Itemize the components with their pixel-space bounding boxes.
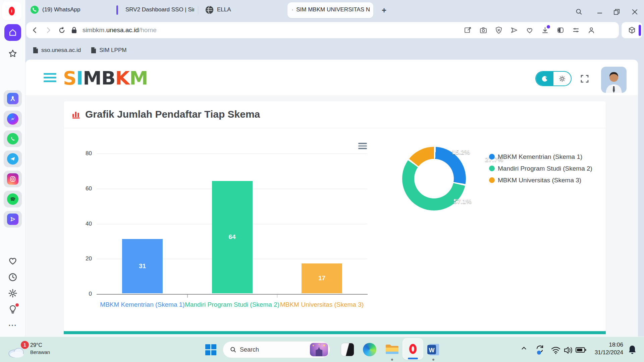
bar-2[interactable]: 64 bbox=[212, 181, 253, 293]
site-info-button[interactable] bbox=[68, 26, 80, 34]
bar-value-label: 31 bbox=[122, 262, 163, 270]
restore-icon bbox=[613, 9, 620, 15]
x-axis-line bbox=[97, 294, 368, 295]
dark-mode-button[interactable] bbox=[536, 72, 553, 85]
speaker-icon bbox=[564, 346, 574, 355]
sidebar-item-aria[interactable] bbox=[4, 90, 22, 107]
bar-1[interactable]: 31 bbox=[122, 239, 163, 293]
bookmark-sso-unesa[interactable]: sso.unesa.ac.id bbox=[33, 47, 81, 54]
tray-chevron-button[interactable] bbox=[521, 345, 527, 352]
moon-icon bbox=[541, 75, 548, 82]
tab-whatsapp[interactable]: (19) WhatsApp bbox=[30, 0, 104, 19]
person-icon bbox=[587, 26, 595, 34]
edge-icon[interactable] bbox=[363, 343, 376, 356]
sidebar-item-more[interactable]: ⋯ bbox=[0, 321, 25, 329]
word-icon[interactable]: W bbox=[427, 343, 440, 356]
tray-volume-button[interactable] bbox=[564, 346, 574, 355]
close-button[interactable] bbox=[630, 7, 640, 17]
heart-icon bbox=[526, 26, 534, 34]
sidebar-item-start-page[interactable] bbox=[4, 24, 21, 41]
page-header: SIMBKM bbox=[25, 60, 638, 95]
clock-time: 18:06 bbox=[587, 341, 623, 349]
y-tick-label: 20 bbox=[74, 255, 92, 262]
user-avatar[interactable] bbox=[601, 67, 627, 93]
legend-swatch bbox=[489, 177, 495, 183]
sidebar-item-bookmarks[interactable] bbox=[0, 48, 25, 59]
restore-button[interactable] bbox=[611, 7, 622, 17]
y-tick-label: 80 bbox=[74, 150, 92, 157]
theme-toggle[interactable] bbox=[535, 71, 572, 86]
camera-button[interactable] bbox=[479, 26, 487, 34]
easy-setup-button[interactable] bbox=[572, 26, 580, 34]
contrast-icon bbox=[556, 26, 565, 34]
tray-wifi-button[interactable] bbox=[551, 346, 561, 354]
forward-button[interactable] bbox=[42, 26, 55, 34]
sidebar-item-spotify[interactable] bbox=[4, 191, 22, 207]
logo-letter: K bbox=[115, 67, 129, 89]
sidebar-item-favorites[interactable] bbox=[0, 255, 25, 266]
start-button[interactable] bbox=[205, 344, 216, 355]
sidebar-item-instagram[interactable] bbox=[4, 171, 22, 187]
menu-toggle-button[interactable] bbox=[44, 73, 56, 82]
new-tab-button[interactable]: + bbox=[379, 5, 389, 15]
sun-icon bbox=[558, 75, 566, 82]
opera-taskbar-button[interactable] bbox=[402, 338, 423, 360]
downloads-button[interactable] bbox=[541, 26, 549, 34]
tab-ella[interactable]: ELLA bbox=[205, 0, 246, 19]
taskbar-app-theme-icon[interactable] bbox=[341, 343, 354, 356]
tray-battery-button[interactable] bbox=[576, 347, 586, 353]
legend-item[interactable]: MBKM Universitas (Skema 3) bbox=[489, 174, 592, 186]
address-bar[interactable]: simbkm.unesa.ac.id/home bbox=[26, 22, 619, 38]
lock-icon bbox=[71, 26, 77, 34]
weather-condition: Berawan bbox=[30, 349, 50, 356]
back-button[interactable] bbox=[28, 26, 42, 34]
chart-menu-button[interactable] bbox=[358, 143, 367, 150]
my-flow-button[interactable] bbox=[510, 26, 518, 34]
fullscreen-button[interactable] bbox=[580, 74, 589, 83]
reload-button[interactable] bbox=[55, 26, 68, 34]
reload-icon bbox=[58, 26, 66, 34]
sidebar-item-settings[interactable] bbox=[0, 288, 25, 299]
browser-sidebar: ⋯ bbox=[0, 0, 25, 337]
bar-3[interactable]: 17 bbox=[302, 263, 342, 293]
tray-update-button[interactable] bbox=[535, 344, 545, 355]
simbkm-logo[interactable]: SIMBKM bbox=[63, 67, 148, 89]
sidebar-item-history[interactable] bbox=[0, 272, 25, 283]
chevron-up-icon bbox=[521, 345, 527, 352]
globe-favicon-icon bbox=[292, 6, 293, 14]
gear-icon bbox=[8, 288, 18, 298]
taskbar-clock[interactable]: 18:06 31/12/2024 bbox=[587, 341, 623, 356]
profile-button[interactable] bbox=[587, 26, 595, 34]
sidebar-toggle-indicator[interactable] bbox=[639, 25, 641, 36]
sidebar-item-tips[interactable] bbox=[0, 304, 25, 315]
taskbar-search[interactable]: Search bbox=[223, 341, 330, 358]
donut-label-green: 57.1% bbox=[447, 198, 478, 205]
url-text[interactable]: simbkm.unesa.ac.id/home bbox=[83, 26, 157, 34]
minimize-button[interactable] bbox=[595, 7, 605, 17]
legend-item[interactable]: MBKM Kementrian (Skema 1) bbox=[489, 151, 592, 163]
running-indicator bbox=[391, 359, 393, 361]
light-mode-button[interactable] bbox=[553, 72, 571, 85]
sidebar-item-whatsapp[interactable] bbox=[4, 130, 22, 147]
bookmark-sim-lppm[interactable]: SIM LPPM bbox=[91, 47, 126, 54]
tab-search-button[interactable] bbox=[574, 7, 584, 17]
sidebar-item-my-flow[interactable] bbox=[4, 211, 22, 228]
tab-srv2[interactable]: SRV2 Dashboard SSO | Sin bbox=[122, 0, 194, 19]
spotify-icon bbox=[7, 193, 18, 205]
snapshot-button[interactable] bbox=[464, 26, 472, 34]
opera-icon bbox=[409, 344, 417, 354]
tab-sim-mbkm-active[interactable]: SIM MBKM UNIVERSITAS N bbox=[292, 0, 370, 19]
logo-letter: B bbox=[101, 67, 115, 89]
legend-item[interactable]: Mandiri Program Studi (Skema 2) bbox=[489, 163, 592, 174]
notification-bell-button[interactable] bbox=[628, 345, 637, 355]
sidebar-item-messenger[interactable] bbox=[4, 111, 22, 127]
taskbar-weather-widget[interactable]: 1 29°C Berawan bbox=[7, 339, 50, 358]
adblock-button[interactable] bbox=[495, 26, 503, 34]
reader-mode-button[interactable] bbox=[556, 26, 565, 34]
bookmark-page-button[interactable] bbox=[526, 26, 534, 34]
y-tick-label: 40 bbox=[74, 221, 92, 227]
sidebar-item-telegram[interactable] bbox=[4, 150, 22, 167]
donut-label-orange: 15.2% bbox=[446, 148, 476, 156]
opera-menu-button[interactable] bbox=[2, 2, 21, 20]
file-explorer-icon[interactable] bbox=[385, 343, 398, 356]
